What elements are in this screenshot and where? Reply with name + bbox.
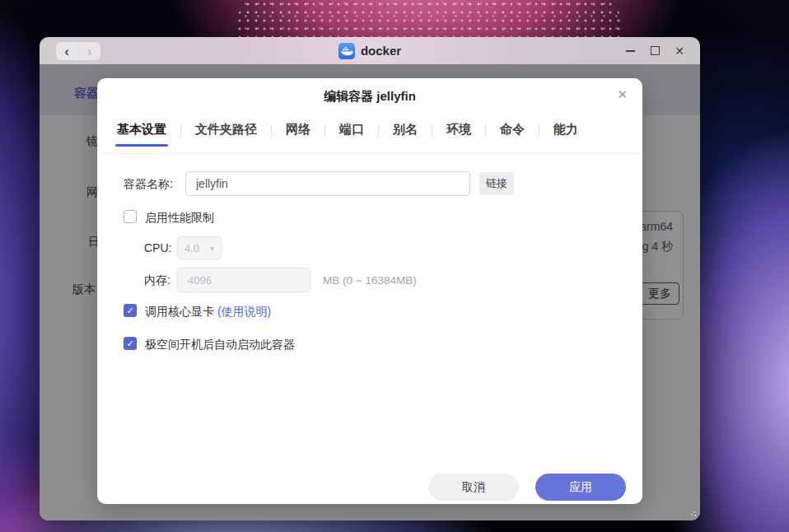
link-button[interactable]: 链接 [479,172,514,195]
tab-separator [271,124,272,136]
docker-logo-icon [338,43,355,59]
autostart-checkbox[interactable]: ✓ [124,337,137,350]
tab-network[interactable]: 网络 [284,122,312,138]
tab-separator [324,124,325,136]
tab-alias[interactable]: 别名 [391,122,419,138]
cpu-select[interactable]: 4.0 ▾ [177,236,222,259]
tab-folder-paths[interactable]: 文件夹路径 [194,122,259,138]
window-controls: ✕ [624,37,685,64]
titlebar: ‹ › docker ✕ [40,37,700,64]
gpu-label-text: 调用核心显卡 [145,305,214,318]
resize-handle[interactable] [688,508,696,516]
tab-environment[interactable]: 环境 [445,122,473,138]
tab-capabilities[interactable]: 能力 [552,122,580,138]
edit-container-dialog: 编辑容器 jellyfin ✕ 基本设置 文件夹路径 网络 端口 别名 环境 命… [97,78,642,504]
tab-separator [378,124,379,136]
container-name-label: 容器名称: [124,177,173,192]
tab-separator [485,124,486,136]
maximize-icon[interactable] [649,45,661,57]
tab-command[interactable]: 命令 [498,122,526,138]
tab-ports[interactable]: 端口 [338,122,366,138]
tab-separator [180,124,181,136]
back-icon[interactable]: ‹ [56,42,78,60]
dialog-tabs: 基本设置 文件夹路径 网络 端口 别名 环境 命令 能力 [115,122,580,138]
forward-icon[interactable]: › [78,42,100,60]
tab-basic-settings[interactable]: 基本设置 [115,122,168,138]
minimize-icon[interactable] [624,45,636,57]
close-window-icon[interactable]: ✕ [674,45,685,57]
cpu-select-value: 4.0 [184,242,199,254]
tab-separator [432,124,432,136]
docker-app-window: ‹ › docker ✕ [40,37,700,520]
nav-history-group: ‹ › [56,42,100,60]
gpu-label: 调用核心显卡 (使用说明) [145,305,271,320]
gpu-checkbox[interactable]: ✓ [124,304,137,317]
apply-button[interactable]: 应用 [535,474,626,501]
app-title: docker [361,44,401,58]
cpu-label: CPU: [144,241,171,254]
perf-limit-label: 启用性能限制 [145,211,214,226]
container-name-input[interactable] [185,171,470,196]
gpu-usage-guide-link[interactable]: (使用说明) [217,305,271,318]
desktop: { "window": { "app_title": "docker", "co… [0,0,789,532]
cancel-button[interactable]: 取消 [428,474,519,501]
title-center: docker [338,43,401,59]
memory-input[interactable]: 4096 [177,268,310,292]
memory-range-hint: MB (0 ~ 16384MB) [323,268,417,292]
tabs-divider [97,153,642,154]
memory-label: 内存: [144,273,170,288]
dialog-title: 编辑容器 jellyfin [97,89,642,105]
perf-limit-checkbox[interactable] [124,210,137,223]
tab-separator [539,124,539,136]
chevron-down-icon: ▾ [210,244,214,253]
autostart-label: 极空间开机后自动启动此容器 [145,338,295,352]
close-dialog-icon[interactable]: ✕ [617,87,628,102]
